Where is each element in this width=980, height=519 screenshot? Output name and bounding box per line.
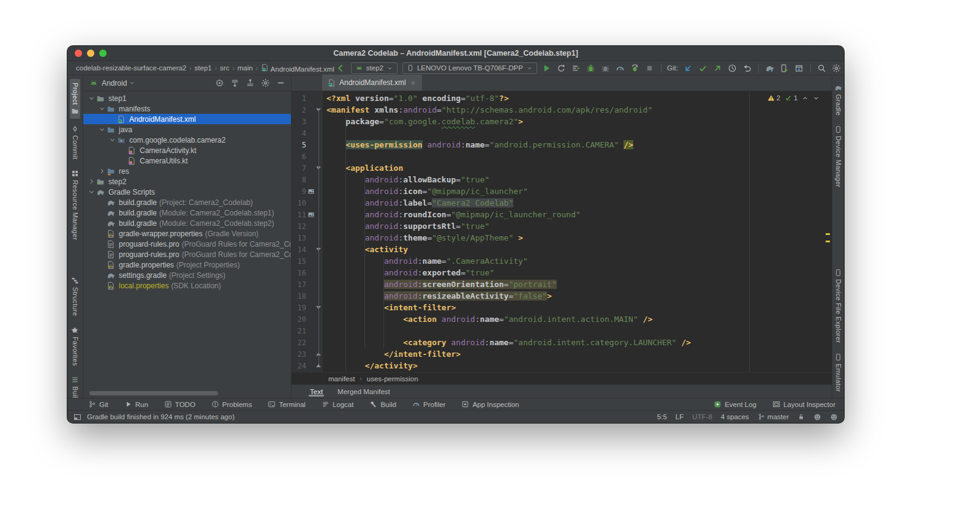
code-line[interactable]: <activity — [326, 244, 832, 255]
next-highlight-button[interactable] — [813, 95, 820, 102]
minus-button[interactable] — [274, 77, 287, 89]
git-branch-widget[interactable]: master — [758, 413, 789, 420]
line-ending[interactable]: LF — [676, 413, 684, 420]
xml-breadcrumb-item[interactable]: uses-permission — [367, 375, 418, 383]
tree-item[interactable]: gradle.properties(Project Properties) — [83, 260, 291, 270]
tree-item[interactable]: build.gradle(Module: Camera2_Codelab.ste… — [83, 218, 291, 228]
tool-window-button-problems[interactable]: Problems — [211, 400, 252, 408]
tool-window-toggle-icon[interactable] — [74, 413, 81, 421]
target-button[interactable] — [213, 77, 226, 89]
bug-rerun-button[interactable] — [628, 62, 642, 74]
code-line[interactable]: android:roundIcon="@mipmap/ic_launcher_r… — [326, 209, 832, 220]
tool-strip-tab-device-manager[interactable]: Device Manager — [833, 122, 843, 191]
code-line[interactable]: <?xml version="1.0" encoding="utf-8"?> — [326, 92, 832, 104]
tree-chevron-down-icon[interactable] — [87, 95, 96, 102]
box-dl-button[interactable] — [793, 62, 806, 74]
tree-item[interactable]: gradle-wrapper.properties(Gradle Version… — [83, 228, 291, 239]
code-line[interactable]: android:allowBackup="true" — [326, 174, 832, 185]
editor-mode-tab-merged-manifest[interactable]: Merged Manifest — [331, 385, 396, 398]
code-line[interactable]: android:exported="true" — [326, 267, 832, 278]
tool-window-button-event-log[interactable]: Event Log — [714, 400, 756, 408]
clock-button[interactable] — [726, 62, 739, 74]
tree-item[interactable]: proguard-rules.pro(ProGuard Rules for Ca… — [83, 249, 291, 260]
tree-chevron-right-icon[interactable] — [97, 168, 106, 174]
editor-mode-tab-text[interactable]: Text — [304, 385, 329, 398]
code-line[interactable] — [326, 325, 832, 337]
file-encoding[interactable]: UTF-8 — [692, 413, 712, 420]
code-line[interactable]: android:supportsRtl="true" — [326, 220, 832, 232]
zoom-window-button[interactable] — [99, 50, 107, 57]
ide-notification-indicator[interactable] — [830, 413, 838, 421]
check-button[interactable] — [696, 62, 710, 74]
code-line[interactable]: package="com.google.codelab.camera2"> — [326, 116, 832, 127]
tree-item[interactable]: settings.gradle(Project Settings) — [83, 270, 291, 280]
tool-window-button-app-inspection[interactable]: App Inspection — [461, 400, 519, 408]
code-line[interactable]: android:label="Camera2 Codelab" — [326, 197, 832, 209]
tool-strip-tab-structure[interactable]: Structure — [70, 273, 80, 319]
code-line[interactable] — [326, 127, 832, 139]
code-line[interactable]: <manifest xmlns:android="http://schemas.… — [326, 104, 832, 116]
apply-code-button[interactable] — [570, 62, 583, 74]
tool-window-button-profiler[interactable]: Profiler — [412, 400, 445, 408]
inspection-profile-indicator[interactable] — [813, 413, 821, 421]
tree-item[interactable]: java — [83, 124, 291, 135]
code-line[interactable]: android:resizeableActivity="false"> — [326, 290, 832, 302]
typos-indicator[interactable]: 1 — [785, 94, 797, 102]
gear-button[interactable] — [830, 62, 843, 74]
xml-breadcrumb-item[interactable]: manifest — [328, 375, 355, 383]
bug-button[interactable] — [584, 62, 598, 74]
breadcrumb-item[interactable]: codelab-resizable-surface-camera2 — [76, 64, 186, 72]
tool-window-button-terminal[interactable]: Terminal — [268, 400, 305, 408]
gauge-button[interactable] — [614, 62, 627, 74]
tree-item[interactable]: build.gradle(Module: Camera2_Codelab.ste… — [83, 207, 291, 218]
tree-item[interactable]: manifests — [83, 103, 291, 114]
code-line[interactable]: </activity> — [326, 360, 832, 372]
breadcrumb-item[interactable]: src — [220, 64, 229, 72]
code-line[interactable]: </intent-filter> — [326, 348, 832, 360]
tree-item[interactable]: local.properties(SDK Location) — [83, 280, 291, 291]
previous-highlight-button[interactable] — [802, 95, 809, 102]
tree-item[interactable]: Gradle Scripts — [83, 187, 291, 197]
tree-item[interactable]: com.google.codelab.camera2 — [83, 135, 291, 145]
tree-item[interactable]: CameraUtils.kt — [83, 155, 291, 166]
device-select[interactable]: LENOVO Lenovo TB-Q706F-DPP — [402, 62, 537, 74]
tree-chevron-right-icon[interactable] — [87, 178, 96, 185]
bug-attach-button[interactable] — [599, 62, 612, 74]
close-window-button[interactable] — [75, 50, 82, 57]
code-line[interactable]: <intent-filter> — [326, 302, 832, 313]
breadcrumb-item[interactable]: main — [238, 64, 253, 72]
code-line[interactable]: android:name=".CameraActivity" — [326, 255, 832, 267]
navigate-back-button[interactable] — [334, 62, 348, 74]
tree-chevron-down-icon[interactable] — [87, 189, 96, 195]
arrow-dl-button[interactable] — [682, 62, 695, 74]
tool-strip-tab-emulator[interactable]: Emulator — [833, 349, 843, 395]
breadcrumb-item[interactable]: step1 — [195, 64, 212, 72]
inspections-widget[interactable]: 21 — [767, 94, 820, 102]
close-tab-icon[interactable] — [410, 80, 417, 86]
code-line[interactable] — [326, 151, 832, 162]
warnings-indicator[interactable]: 2 — [767, 94, 780, 102]
code-line[interactable]: android:theme="@style/AppTheme" > — [326, 232, 832, 244]
tree-item[interactable]: CameraActivity.kt — [83, 145, 291, 155]
arrow-ur-button[interactable] — [711, 62, 725, 74]
tree-item[interactable]: step2 — [83, 176, 291, 187]
play-button[interactable] — [540, 62, 554, 74]
minimize-window-button[interactable] — [87, 50, 94, 57]
expand-all-button[interactable] — [228, 77, 241, 89]
tree-item[interactable]: proguard-rules.pro(ProGuard Rules for Ca… — [83, 239, 291, 249]
tool-strip-tab-device-file-explorer[interactable]: Device File Explorer — [833, 265, 843, 346]
elephant-sync-button[interactable] — [763, 62, 777, 74]
tree-item[interactable]: AndroidManifest.xml — [83, 114, 291, 124]
horizontal-scrollbar[interactable] — [89, 391, 218, 395]
code-line[interactable]: android:screenOrientation="portrait" — [326, 278, 832, 290]
search-button[interactable] — [815, 62, 829, 74]
tree-chevron-down-icon[interactable] — [97, 126, 106, 133]
tool-strip-tab-commit[interactable]: Commit — [70, 121, 80, 163]
indent-setting[interactable]: 4 spaces — [721, 413, 749, 420]
editor-tab[interactable]: AndroidManifest.xml — [322, 75, 422, 91]
code-line[interactable]: <application — [326, 162, 832, 174]
tree-item[interactable]: build.gradle(Project: Camera2_Codelab) — [83, 197, 291, 207]
code-line[interactable]: <category android:name="android.intent.c… — [326, 337, 832, 348]
tool-window-button-logcat[interactable]: Logcat — [322, 400, 354, 408]
breadcrumb-item[interactable]: AndroidManifest.xml — [261, 64, 334, 73]
